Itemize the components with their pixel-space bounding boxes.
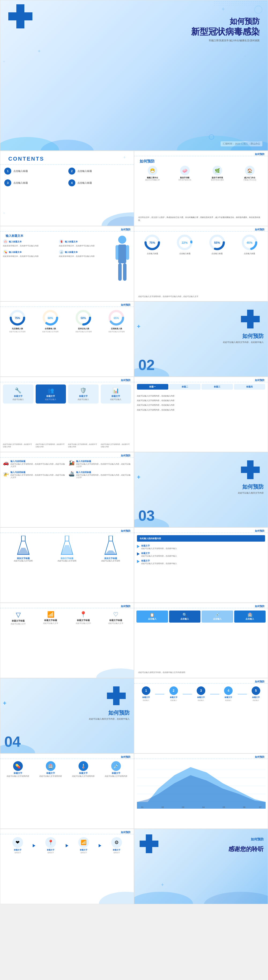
svg-text:75%: 75% <box>149 241 155 244</box>
tab-content: 此处可以输入文字说明内容，在此处输入内容 此处可以输入文字说明内容，在此处输入内… <box>137 395 265 449</box>
pr-icon4: ⚙ <box>111 837 122 848</box>
header-fl: 如何预防 <box>121 529 130 533</box>
tr-text4: 此处可以输入文字说明内容，在此框中可以输入内容，此处可以输入文字 <box>76 474 131 479</box>
ic-item4: 💉 标题文字 此处可以输入文字说明内容 <box>100 761 132 777</box>
pr-text2: 说明文字 <box>35 851 66 854</box>
arrow-bn2 <box>137 552 140 555</box>
ctab-icon1: 📋 <box>138 612 167 617</box>
circle-pl-text2: 此处可以输入文字说明 <box>35 331 66 333</box>
ctab-label3: 点击输入 <box>203 618 232 620</box>
tl-num2: 2 <box>170 686 178 695</box>
s3r-title: 如何预防 <box>140 159 155 164</box>
slide-circles-right: 如何预防 75% 点击输入标题 22% 点击输入标题 <box>134 226 268 301</box>
tr-icon1: 🚗 <box>3 460 9 466</box>
icon-label-s5r4: 标题文字 <box>102 395 130 398</box>
tl-text3: 此处输入 <box>198 699 204 702</box>
mi-item2: 📶 标题文字标题 此处可以输入文字 <box>36 611 66 625</box>
mi-icon1: ▽ <box>3 611 33 619</box>
circle-pl4: 65% 定期检查人数 此处可以输入文字说明 <box>101 309 132 333</box>
svg-text:03: 03 <box>182 806 184 808</box>
tr-text2: 此处可以输入文字说明内容，在此框中可以输入内容，此处可以输入文字 <box>76 463 131 468</box>
flask-text2: 此处可以输入文字说明 <box>47 560 88 562</box>
ctab-label2: 点击输入 <box>170 618 200 620</box>
mi-item3: 📍 标题文字标题 此处可以输入文字 <box>68 611 98 625</box>
circle-r3: 55% 点击输入标题 <box>202 234 233 255</box>
cloud-s04 <box>0 740 54 753</box>
tr-text3: 此处可以输入文字说明内容，在此框中可以输入内容，此处可以输入文字 <box>10 474 65 479</box>
tab-2[interactable]: 标题二 <box>170 384 201 390</box>
svg-text:07: 07 <box>259 806 262 808</box>
slide-section04: + 04 如何预防 此处可以输入相关文字内容，在此框中输入 <box>0 678 134 753</box>
icon-box-1: 😷 <box>147 166 157 175</box>
icon-item-1: 😷 佩戴口罩外出 建议外出时佩戴口罩 <box>137 166 168 181</box>
bn-item1: 标题文字 此处可以输入文字说明内容，在此框中输入 <box>137 544 265 550</box>
tr-title1: 输入与说明标题 <box>10 460 65 463</box>
ctab-icon4: 🏥 <box>235 612 265 617</box>
icon-label-4: 减少出门外出 <box>234 177 265 179</box>
tab-4[interactable]: 标题四 <box>234 384 265 390</box>
slide-chart: 如何预防 01 02 03 04 05 06 07 <box>134 753 268 829</box>
icon-item-4: 🏠 减少出门外出 尽量减少外出活动 <box>234 166 265 181</box>
wave-s2 <box>86 204 134 226</box>
tab-3[interactable]: 标题三 <box>201 384 233 390</box>
svg-point-67 <box>96 668 134 678</box>
ctab4: 🏥 点击输入 <box>234 611 266 623</box>
header-bn: 如何预防 <box>255 529 265 533</box>
slide-s5r-icons: 如何预防 🔧 标题文字 此处可以输入 👥 标题文字 此处可以输入 🛡️ 标题文字… <box>0 377 134 452</box>
icon-s5r4: 📊 标题文字 此处可以输入 <box>101 385 131 404</box>
tl-step3: 3 标题文字 此处输入 <box>192 686 210 702</box>
svg-text:50%: 50% <box>81 317 86 320</box>
ctab-label1: 点击输入 <box>138 618 167 620</box>
item-l3: 💊 输入标题文本 此处添加详细文本，在此框中可以输入内容 <box>3 250 56 258</box>
circle-label-r2: 点击输入标题 <box>170 252 200 255</box>
svg-text:55%: 55% <box>214 241 220 244</box>
ic-icon3: 🌡️ <box>79 761 88 771</box>
svg-text:45%: 45% <box>247 241 252 244</box>
s3r-header: 如何预防 <box>255 153 265 156</box>
item-icon-l1: 🫁 <box>3 239 8 244</box>
tab-1[interactable]: 标题一 <box>137 384 168 390</box>
tr-icon4: 🚢 <box>68 471 75 477</box>
divider-bn <box>134 533 268 533</box>
mi-text2: 此处可以输入文字 <box>36 622 66 625</box>
tl-num3: 3 <box>197 686 205 695</box>
tl-label4: 标题文字 <box>225 696 232 699</box>
svg-text:01: 01 <box>141 806 144 808</box>
pr-label1: 标题文字 <box>2 849 33 851</box>
mi-text1: 此处可以输入文字 <box>3 623 33 625</box>
divider-s-l <box>0 231 134 232</box>
tr-item4: 🚢 输入与说明标题 此处可以输入文字说明内容，在此框中可以输入内容，此处可以输入… <box>68 471 131 479</box>
contents-label-1: 点击输入标题 <box>13 169 28 173</box>
item-text-l1: 此处添加详细文本，在此框中可以输入内容 <box>3 245 56 247</box>
bn-title3: 标题文字 <box>141 559 177 562</box>
slide-banner: 如何预防 在此输入您的标题内容 标题文字 此处可以输入文字说明内容，在此框中输入… <box>134 527 268 603</box>
plus-s04: + <box>3 700 6 707</box>
subtitle: 常戴口罩/洗屋洗手/减少外出/健康生活/及时就医 <box>191 39 260 42</box>
tabs-row[interactable]: 标题一 标题二 标题三 标题四 <box>137 384 265 390</box>
banner-items: 标题文字 此处可以输入文字说明内容，在此框中输入 标题文字 此处可以输入文字说明… <box>137 544 265 565</box>
circle-pl-label2: 合理膳食人数 <box>35 328 66 330</box>
timeline-row: 1 标题文字 此处输入 2 标题文字 此处输入 3 标题文字 此处输入 4 标题… <box>137 686 265 702</box>
ctab2: 🔍 点击输入 <box>169 611 201 623</box>
title-s03: 如何预防 此处可以输入相关文字内容 <box>238 483 264 495</box>
contents-label-2: 点击输入标题 <box>78 169 92 173</box>
tl-text2: 此处输入 <box>170 699 177 702</box>
pr-arrow3 <box>98 844 101 847</box>
info-cards-grid: 💊 标题文字 此处可以输入文字说明内容 🏥 标题文字 此处可以输入文字说明内容 … <box>2 761 132 777</box>
bn-text1: 此处可以输入文字说明内容，在此框中输入 <box>141 547 177 550</box>
item-title-l3: 输入标题文本 <box>9 251 22 254</box>
svg-point-94 <box>204 892 268 904</box>
process-flow: ❤ 标题文字 说明文字 📍 标题文字 说明文字 📶 标题文字 说明文字 ⚙ 标题… <box>2 837 132 854</box>
circle-r2: 22% 点击输入标题 <box>170 234 200 255</box>
title-text-s5l: 如何预防 <box>223 332 264 340</box>
ic-icon1: 💊 <box>13 761 23 771</box>
text-b3: 此处可以输入文字说明内容，在此框中可以输入内容 <box>68 443 98 448</box>
header-tl: 如何预防 <box>255 680 265 684</box>
item-title-l4: 输入标题文本 <box>65 251 78 254</box>
plus-s2-1: + <box>123 155 126 160</box>
tr-item3: 🚁 输入与说明标题 此处可以输入文字说明内容，在此框中可以输入内容，此处可以输入… <box>3 471 65 479</box>
text-s04: 此处可以输入相关文字内容，在此框中输入 <box>89 718 130 721</box>
mountain-chart: 01 02 03 04 05 06 07 <box>137 762 266 810</box>
tl-step5: 5 标题文字 此处输入 <box>247 686 265 702</box>
subtitle-l: 输入标题文本 <box>6 234 23 238</box>
